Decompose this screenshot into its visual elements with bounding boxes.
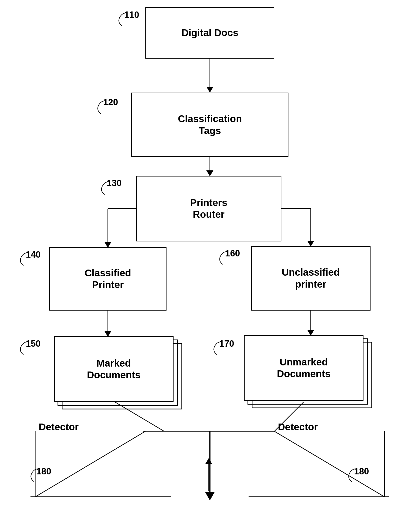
- svg-marker-6: [104, 242, 111, 248]
- ref-180-right: 180: [354, 466, 369, 476]
- svg-line-19: [35, 431, 145, 497]
- classification-tags-box: ClassificationTags: [131, 93, 288, 157]
- detector-label-right: Detector: [278, 422, 318, 433]
- ref-110: 110: [124, 10, 139, 20]
- printers-router-box: PrintersRouter: [136, 176, 281, 241]
- diagram-container: Digital Docs ClassificationTags Printers…: [0, 0, 420, 518]
- svg-marker-3: [206, 170, 213, 176]
- printers-router-label: PrintersRouter: [190, 197, 227, 221]
- svg-marker-13: [307, 330, 314, 336]
- ref-140: 140: [26, 250, 41, 260]
- digital-docs-box: Digital Docs: [145, 7, 274, 59]
- svg-marker-9: [307, 241, 314, 247]
- ref-180-left: 180: [36, 466, 51, 476]
- detector-label-left: Detector: [39, 422, 79, 433]
- svg-marker-31: [205, 492, 215, 500]
- classified-printer-box: ClassifiedPrinter: [49, 247, 166, 311]
- classified-printer-label: ClassifiedPrinter: [85, 267, 131, 291]
- svg-marker-1: [206, 87, 213, 93]
- marked-documents-box: MarkedDocuments: [54, 336, 173, 402]
- unmarked-documents-label: UnmarkedDocuments: [277, 356, 331, 380]
- svg-marker-33: [205, 458, 212, 464]
- unmarked-documents-box: UnmarkedDocuments: [244, 335, 363, 401]
- classification-tags-label: ClassificationTags: [178, 113, 242, 137]
- svg-line-23: [274, 431, 385, 497]
- ref-160: 160: [225, 248, 240, 259]
- marked-documents-label: MarkedDocuments: [87, 357, 141, 381]
- digital-docs-label: Digital Docs: [181, 27, 239, 39]
- svg-marker-11: [104, 331, 111, 337]
- ref-150: 150: [26, 339, 41, 349]
- ref-120: 120: [103, 97, 118, 107]
- ref-170: 170: [219, 339, 234, 349]
- unclassified-printer-box: Unclassifiedprinter: [251, 246, 370, 311]
- svg-line-25: [115, 402, 164, 431]
- ref-130: 130: [107, 178, 121, 188]
- unclassified-printer-label: Unclassifiedprinter: [282, 266, 340, 290]
